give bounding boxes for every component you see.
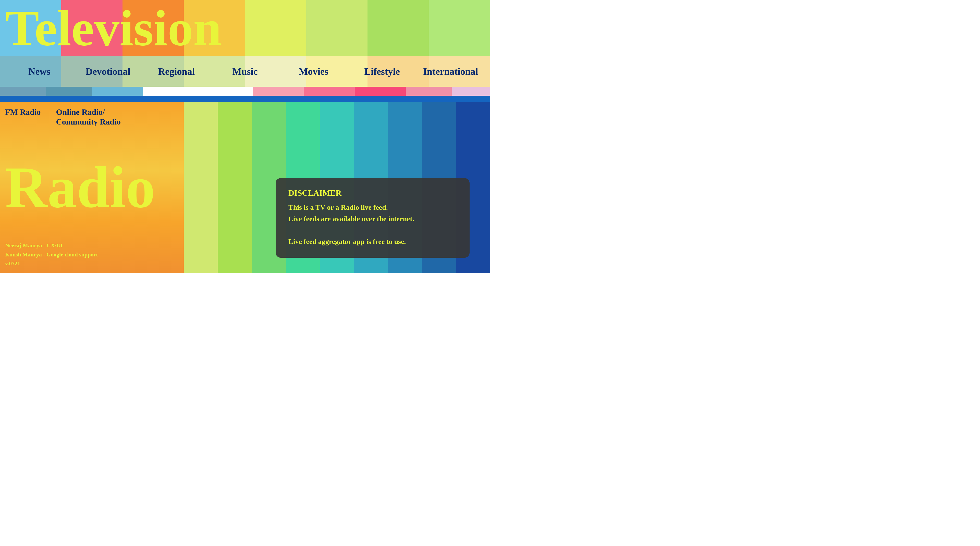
tv-title-text: Television [5,3,221,54]
nav-item-music[interactable]: Music [211,66,280,77]
divider-stripe-1 [0,87,46,96]
radio-title-container: Radio [0,158,184,217]
radio-title-text: Radio [5,155,155,220]
divider-stripe-3 [92,87,143,96]
divider-row2 [0,96,490,102]
disclaimer-line2: Live feeds are available over the intern… [288,215,414,223]
radio-credits: Neeraj Maurya - UX/UI Kunsh Maurya - Goo… [5,241,98,268]
radio-section: FM Radio Online Radio/Community Radio Ra… [0,102,490,273]
divider-stripe-6 [304,87,355,96]
nav-item-news[interactable]: News [5,66,74,77]
divider-stripe-9 [452,87,490,96]
credit-line3: v.0721 [5,259,98,268]
disclaimer-box: DISCLAIMER This is a TV or a Radio live … [275,178,469,258]
nav-item-devotional[interactable]: Devotional [74,66,142,77]
divider-area [0,87,490,102]
radio-nav: FM Radio Online Radio/Community Radio [0,102,184,127]
tv-section: Television News Devotional Regional Musi… [0,0,490,87]
radio-color-columns: DISCLAIMER This is a TV or a Radio live … [184,102,490,273]
nav-item-lifestyle[interactable]: Lifestyle [348,66,417,77]
disclaimer-line3: Live feed aggregator app is free to use. [288,238,406,246]
radio-left-panel: FM Radio Online Radio/Community Radio Ra… [0,102,184,273]
divider-stripe-8 [406,87,452,96]
divider-stripe-5 [253,87,304,96]
tv-title-container: Television [0,0,490,56]
radio-nav-online[interactable]: Online Radio/Community Radio [56,107,121,127]
disclaimer-line1: This is a TV or a Radio live feed. [288,203,388,211]
disclaimer-title: DISCLAIMER [288,188,457,198]
nav-item-regional[interactable]: Regional [142,66,211,77]
divider-row1 [0,87,490,96]
nav-item-movies[interactable]: Movies [279,66,348,77]
radio-nav-fm[interactable]: FM Radio [5,107,41,127]
divider-stripe-2 [46,87,92,96]
divider-stripe-7 [355,87,406,96]
radio-col-1 [184,102,218,273]
nav-item-international[interactable]: International [416,66,485,77]
disclaimer-body: This is a TV or a Radio live feed. Live … [288,202,457,248]
tv-nav: News Devotional Regional Music Movies Li… [0,56,490,87]
divider-stripe-4 [143,87,253,96]
credit-line1: Neeraj Maurya - UX/UI [5,241,98,250]
radio-col-2 [218,102,251,273]
credit-line2: Kunsh Maurya - Google cloud support [5,250,98,259]
